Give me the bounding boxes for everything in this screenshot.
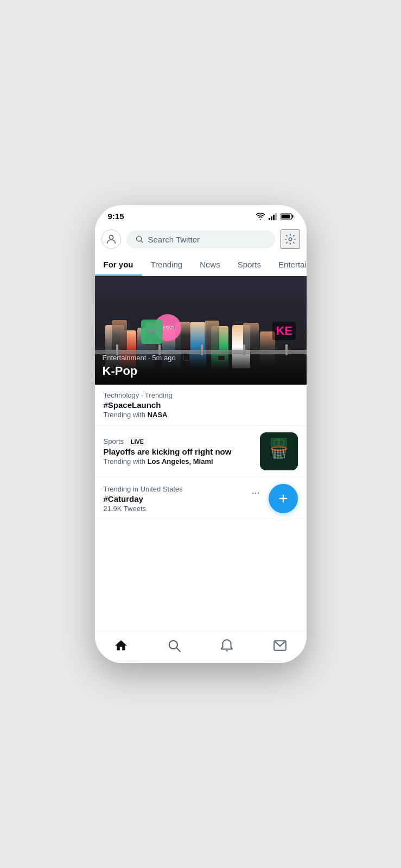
tabs-row: For you Trending News Sports Entertainme… <box>95 253 307 276</box>
svg-rect-0 <box>269 218 270 220</box>
trending-item-caturday[interactable]: Trending in United States #Caturday 21.9… <box>95 477 307 520</box>
trending-title-3: #Caturday <box>104 494 183 503</box>
hero-crowd: 아자기 👾 KE <box>95 276 307 385</box>
compose-icon <box>277 493 289 505</box>
sign-ke: KE <box>272 322 296 340</box>
user-icon <box>105 233 117 245</box>
search-nav-icon <box>167 639 181 653</box>
search-input[interactable]: Search Twitter <box>126 231 275 248</box>
basketball-hoop <box>260 432 298 470</box>
trending-subtitle-3: 21.9K Tweets <box>104 505 183 513</box>
more-options-button[interactable]: ··· <box>249 485 262 501</box>
status-bar: 9:15 <box>95 205 307 225</box>
trending-subtitle-2: Trending with Los Angeles, Miami <box>104 457 253 465</box>
svg-line-9 <box>141 241 143 243</box>
tab-entertainment[interactable]: Entertainment <box>270 253 306 276</box>
trending-meta-3: Trending in United States <box>104 485 183 493</box>
compose-tweet-button[interactable] <box>269 484 298 513</box>
svg-rect-6 <box>281 214 290 218</box>
nav-item-search[interactable] <box>161 635 187 656</box>
search-bar-row: Search Twitter <box>95 225 307 253</box>
tab-sports[interactable]: Sports <box>229 253 270 276</box>
svg-point-7 <box>109 235 113 239</box>
home-icon <box>114 639 128 653</box>
svg-point-10 <box>289 238 292 241</box>
wifi-icon <box>256 213 265 220</box>
search-placeholder: Search Twitter <box>148 235 200 244</box>
basketball-hoop-svg <box>260 436 297 470</box>
trending-text-caturday: Trending in United States #Caturday 21.9… <box>104 485 262 513</box>
svg-rect-1 <box>271 216 272 220</box>
trending-meta-2: Sports LIVE <box>104 437 253 446</box>
phone-shell: 9:15 <box>95 205 307 663</box>
bottom-nav <box>95 630 307 663</box>
hero-overlay: Entertainment · 5m ago K-Pop <box>95 347 307 385</box>
tab-trending[interactable]: Trending <box>142 253 192 276</box>
trending-subtitle-1: Trending with NASA <box>104 411 298 419</box>
nav-item-home[interactable] <box>108 635 134 656</box>
trending-meta-1: Technology · Trending <box>104 391 298 399</box>
trending-title-2: Playoffs are kicking off right now <box>104 447 253 456</box>
trending-text-space-launch: Technology · Trending #SpaceLaunch Trend… <box>104 391 298 419</box>
status-time: 9:15 <box>108 212 124 221</box>
svg-line-28 <box>176 648 180 652</box>
sign-green: 👾 <box>141 320 163 344</box>
caturday-text-block: Trending in United States #Caturday 21.9… <box>104 485 183 513</box>
hero-category: Entertainment · 5m ago <box>103 354 299 362</box>
nav-item-notifications[interactable] <box>214 635 240 656</box>
settings-button[interactable] <box>281 229 300 249</box>
app-content: Search Twitter For you Trending News Spo… <box>95 225 307 663</box>
trending-title-1: #SpaceLaunch <box>104 400 298 410</box>
trending-item-playoffs[interactable]: Sports LIVE Playoffs are kicking off rig… <box>95 426 307 477</box>
content-scroll[interactable]: 아자기 👾 KE <box>95 276 307 630</box>
trending-thumbnail-playoffs <box>260 432 298 470</box>
battery-icon <box>281 213 294 220</box>
hero-image[interactable]: 아자기 👾 KE <box>95 276 307 385</box>
trending-item-space-launch[interactable]: Technology · Trending #SpaceLaunch Trend… <box>95 385 307 426</box>
svg-rect-3 <box>275 213 277 220</box>
tab-news[interactable]: News <box>191 253 229 276</box>
trending-text-playoffs: Sports LIVE Playoffs are kicking off rig… <box>104 437 253 466</box>
search-icon <box>135 235 144 244</box>
svg-rect-2 <box>273 215 275 220</box>
nav-item-messages[interactable] <box>267 635 293 656</box>
bell-icon <box>220 639 234 653</box>
mail-icon <box>273 639 287 653</box>
hero-title: K-Pop <box>103 364 299 378</box>
avatar-button[interactable] <box>101 229 121 249</box>
gear-icon <box>284 233 296 245</box>
tab-for-you[interactable]: For you <box>95 253 142 276</box>
live-badge: LIVE <box>128 437 147 446</box>
status-icons <box>256 213 294 220</box>
signal-icon <box>269 213 277 220</box>
svg-rect-5 <box>292 215 293 218</box>
